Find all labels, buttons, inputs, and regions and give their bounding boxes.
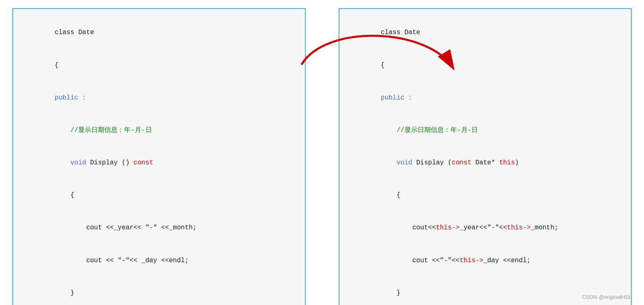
left-line-2: { — [23, 49, 295, 81]
left-line-4: //显示日期信息：年-月-日 — [23, 114, 295, 147]
left-line-5: void Display () const — [23, 147, 295, 179]
right-line-6: { — [349, 179, 621, 212]
right-line-1: class Date — [349, 16, 621, 49]
right-line-3: public : — [349, 81, 621, 114]
left-line-8: cout << "-"<< _day <<endl; — [23, 244, 295, 277]
watermark: CSDN @originalHSL — [582, 294, 632, 300]
left-line-9: } — [23, 277, 295, 305]
right-line-4: //显示日期信息：年-月-日 — [349, 114, 621, 147]
left-code-box: class Date { public : //显示日期信息：年-月-日 voi… — [12, 8, 306, 305]
right-line-9: } — [349, 277, 621, 305]
right-line-2: { — [349, 49, 621, 81]
right-code-box: class Date { public : //显示日期信息：年-月-日 voi… — [339, 8, 632, 305]
code-panels: class Date { public : //显示日期信息：年-月-日 voi… — [12, 8, 632, 305]
right-line-7: cout<<this->_year<<"-"<<this->_month; — [349, 212, 621, 244]
left-line-1: class Date — [23, 16, 295, 49]
main-container: class Date { public : //显示日期信息：年-月-日 voi… — [0, 0, 644, 305]
right-line-8: cout <<"-"<<this->_day <<endl; — [349, 244, 621, 277]
left-line-3: public : — [23, 81, 295, 114]
left-line-7: cout <<_year<< "-" <<_month; — [23, 212, 295, 244]
left-line-6: { — [23, 179, 295, 212]
right-line-5: void Display (const Date* this) — [349, 147, 621, 179]
